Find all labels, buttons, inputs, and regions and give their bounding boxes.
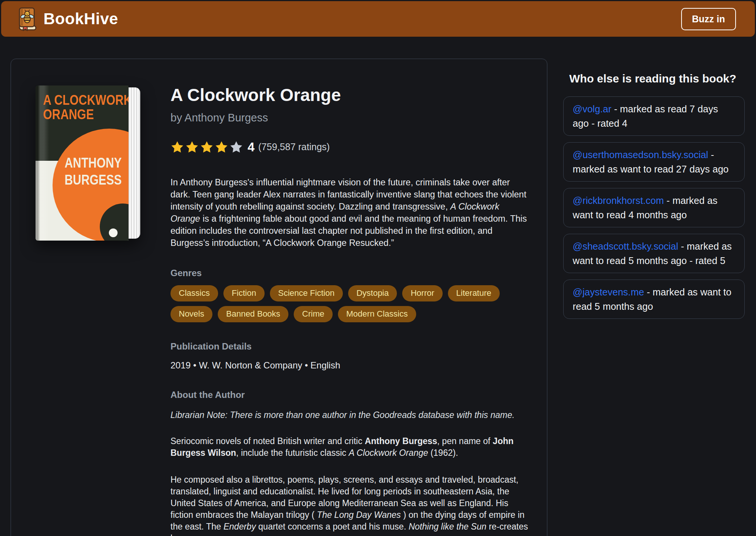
author-bio-paragraph-2: He composed also a librettos, poems, pla… — [170, 474, 530, 536]
brand-home-link[interactable]: BookHive — [16, 7, 118, 31]
publication-details: 2019 • W. W. Norton & Company • English — [170, 360, 530, 371]
genre-chip[interactable]: Novels — [170, 306, 212, 322]
reader-handle-link[interactable]: @volg.ar — [573, 104, 611, 114]
cover-title-text: A CLOCKWORK ORANGE — [43, 93, 129, 122]
book-title: A Clockwork Orange — [170, 85, 530, 105]
sidebar-title: Who else is reading this book? — [569, 72, 745, 85]
genre-chip[interactable]: Fiction — [223, 285, 265, 301]
cover-eye-dot — [109, 228, 118, 237]
librarian-note: Librarian Note: There is more than one a… — [170, 410, 530, 420]
reader-card: @rickbronkhorst.com - marked as want to … — [563, 188, 745, 227]
genre-chip[interactable]: Science Fiction — [270, 285, 343, 301]
ratings-count: (759,587 ratings) — [258, 141, 330, 152]
publication-heading: Publication Details — [170, 341, 530, 352]
genre-chip-list: Classics Fiction Science Fiction Dystopi… — [170, 285, 530, 322]
star-icon — [215, 140, 228, 154]
book-cover: A CLOCKWORK ORANGE ANTHONY BURGESS — [36, 85, 140, 241]
star-icon — [200, 140, 214, 154]
genres-heading: Genres — [170, 268, 530, 278]
star-icon — [185, 140, 199, 154]
bookhive-logo-icon — [16, 7, 37, 31]
star-icon — [170, 140, 184, 154]
book-cover-art: A CLOCKWORK ORANGE ANTHONY BURGESS — [36, 85, 129, 241]
genre-chip[interactable]: Modern Classics — [338, 306, 416, 322]
cover-author-text: ANTHONY BURGESS — [65, 154, 122, 188]
book-author-byline: by Anthony Burgess — [170, 112, 530, 124]
reader-card: @jaystevens.me - marked as want to read … — [563, 280, 745, 319]
about-author-heading: About the Author — [170, 390, 530, 400]
rating-value: 4 — [248, 140, 254, 154]
book-info-column: A Clockwork Orange by Anthony Burgess 4 … — [170, 85, 530, 536]
author-bio-paragraph-1: Seriocomic novels of noted British write… — [170, 435, 530, 459]
reader-card: @userthomasedson.bsky.social - marked as… — [563, 142, 745, 182]
genre-chip[interactable]: Dystopia — [348, 285, 397, 301]
book-detail-card: A CLOCKWORK ORANGE ANTHONY BURGESS A Clo… — [11, 59, 547, 536]
page-content: A CLOCKWORK ORANGE ANTHONY BURGESS A Clo… — [0, 38, 756, 536]
genre-chip[interactable]: Classics — [170, 285, 218, 301]
reader-handle-link[interactable]: @sheadscott.bsky.social — [573, 241, 678, 252]
book-description: In Anthony Burgess's influential nightma… — [170, 176, 530, 249]
app-title: BookHive — [43, 10, 118, 28]
readers-sidebar: Who else is reading this book? @volg.ar … — [563, 59, 745, 325]
genre-chip[interactable]: Banned Books — [218, 306, 288, 322]
star-rating — [170, 140, 243, 154]
reader-card: @volg.ar - marked as read 7 days ago - r… — [563, 96, 745, 136]
rating-row: 4 (759,587 ratings) — [170, 140, 530, 154]
genre-chip[interactable]: Horror — [402, 285, 442, 301]
buzz-in-button[interactable]: Buzz in — [681, 8, 736, 30]
star-icon — [229, 140, 243, 154]
reader-card: @sheadscott.bsky.social - marked as want… — [563, 234, 745, 273]
app-header: BookHive Buzz in — [1, 1, 755, 37]
book-cover-column: A CLOCKWORK ORANGE ANTHONY BURGESS — [36, 85, 140, 536]
reader-handle-link[interactable]: @userthomasedson.bsky.social — [573, 149, 708, 160]
reader-list: @volg.ar - marked as read 7 days ago - r… — [563, 96, 745, 319]
genre-chip[interactable]: Literature — [448, 285, 500, 301]
genre-chip[interactable]: Crime — [294, 306, 333, 322]
reader-handle-link[interactable]: @rickbronkhorst.com — [573, 195, 664, 206]
reader-handle-link[interactable]: @jaystevens.me — [573, 287, 644, 297]
